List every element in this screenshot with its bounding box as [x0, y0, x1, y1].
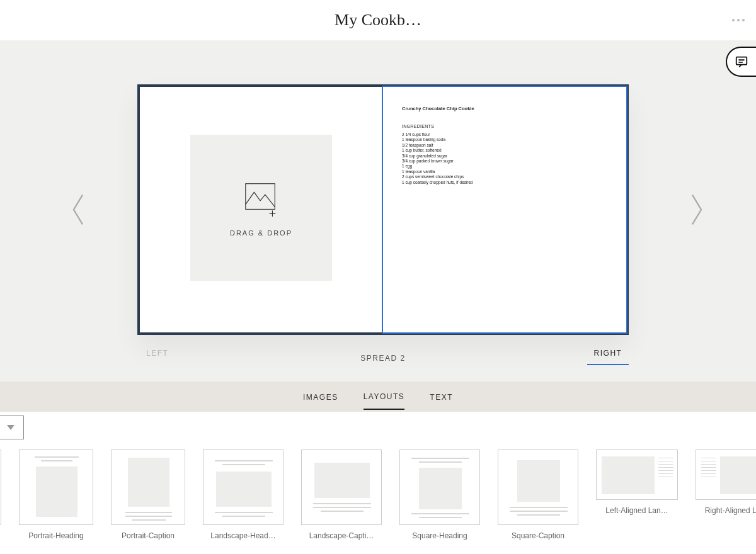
recipe-section-heading: INGREDIENTS: [402, 123, 607, 129]
layout-label: Right-Aligned La…: [705, 506, 756, 515]
recipe-title: Crunchy Chocolate Chip Cookie: [402, 106, 607, 112]
caret-down-icon: [7, 425, 14, 430]
layout-label: Square-Heading: [412, 531, 467, 540]
layouts-panel: Portrait-Heading Portrait-Caption Landsc…: [0, 412, 756, 554]
layout-option-left-aligned-landscape[interactable]: Left-Aligned Lan…: [596, 449, 678, 515]
chevron-right-icon: [688, 192, 706, 227]
spread-page-labels: LEFT SPREAD 2 RIGHT: [137, 345, 629, 370]
layout-label: Left-Aligned Lan…: [605, 506, 668, 515]
chevron-left-icon: [69, 192, 87, 227]
prev-spread-button[interactable]: [57, 179, 100, 242]
layout-label: Square-Caption: [512, 531, 564, 540]
layout-label: Landscape-Head…: [210, 531, 275, 540]
svg-marker-6: [7, 425, 14, 430]
tool-tab-bar: IMAGES LAYOUTS TEXT: [0, 382, 756, 412]
book-spread: DRAG & DROP Crunchy Chocolate Chip Cooki…: [137, 84, 629, 335]
next-spread-button[interactable]: [675, 179, 718, 242]
recipe-ingredient-list: 2 1/4 cups flour 1 teaspoon baking soda …: [402, 132, 607, 185]
layout-thumb: [111, 449, 185, 525]
tab-images[interactable]: IMAGES: [303, 384, 338, 409]
layout-thumb: [301, 449, 382, 525]
layout-option-selected[interactable]: [0, 449, 1, 525]
layout-filter-dropdown[interactable]: [0, 416, 24, 439]
project-title[interactable]: My Cookb…: [335, 11, 421, 30]
tab-layouts[interactable]: LAYOUTS: [364, 383, 405, 410]
page-left[interactable]: DRAG & DROP: [140, 87, 383, 332]
layout-thumb: [19, 449, 93, 525]
layout-option-landscape-heading[interactable]: Landscape-Head…: [203, 449, 284, 540]
page-right[interactable]: Crunchy Chocolate Chip Cookie INGREDIENT…: [382, 86, 627, 334]
image-dropzone[interactable]: DRAG & DROP: [190, 135, 332, 281]
chat-button[interactable]: [726, 47, 756, 77]
spread-number-label: SPREAD 2: [360, 354, 405, 363]
svg-rect-3: [245, 184, 275, 210]
layout-option-landscape-caption[interactable]: Landscape-Capti…: [301, 449, 382, 540]
image-placeholder-icon: [242, 179, 281, 218]
layout-label: Portrait-Caption: [122, 531, 175, 540]
recipe-text-block[interactable]: Crunchy Chocolate Chip Cookie INGREDIENT…: [402, 106, 607, 185]
page-left-label[interactable]: LEFT: [146, 349, 168, 358]
dropzone-label: DRAG & DROP: [230, 229, 292, 237]
app-header: My Cookb…: [0, 0, 756, 40]
layout-option-square-heading[interactable]: Square-Heading: [399, 449, 480, 540]
layout-thumb: [203, 449, 284, 525]
more-menu-icon[interactable]: [732, 19, 745, 21]
layout-option-square-caption[interactable]: Square-Caption: [498, 449, 578, 540]
layout-thumb: [399, 449, 480, 525]
layout-option-portrait-heading[interactable]: Portrait-Heading: [19, 449, 93, 540]
layout-thumb: [498, 449, 578, 525]
layout-thumb: [696, 449, 756, 500]
layout-option-right-aligned-landscape[interactable]: Right-Aligned La…: [696, 449, 756, 515]
layout-thumbnails-row: Portrait-Heading Portrait-Caption Landsc…: [0, 449, 756, 540]
layout-thumb: [596, 449, 678, 500]
layout-option-portrait-caption[interactable]: Portrait-Caption: [111, 449, 185, 540]
editor-canvas: DRAG & DROP Crunchy Chocolate Chip Cooki…: [0, 40, 756, 382]
page-right-label[interactable]: RIGHT: [587, 349, 629, 365]
tab-text[interactable]: TEXT: [430, 384, 453, 409]
layout-label: Portrait-Heading: [28, 531, 83, 540]
svg-rect-0: [736, 57, 747, 65]
chat-icon: [735, 55, 748, 69]
layout-label: Landscape-Capti…: [309, 531, 374, 540]
